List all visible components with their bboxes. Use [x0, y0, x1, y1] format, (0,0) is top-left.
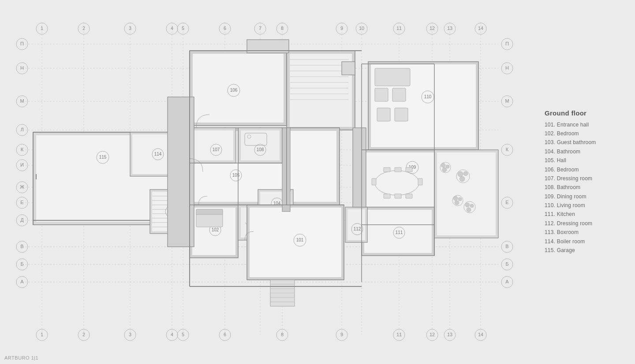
legend-item: 109. Dining room: [545, 192, 628, 201]
svg-text:Ж: Ж: [20, 184, 24, 189]
svg-text:112: 112: [354, 227, 361, 231]
svg-point-227: [442, 167, 447, 172]
svg-text:12: 12: [430, 332, 435, 337]
svg-rect-198: [392, 88, 406, 101]
svg-text:106: 106: [230, 88, 238, 93]
svg-point-226: [446, 165, 449, 168]
svg-point-239: [467, 208, 471, 212]
svg-rect-210: [395, 194, 401, 198]
svg-text:6: 6: [224, 26, 226, 31]
svg-text:11: 11: [396, 26, 402, 31]
svg-text:М: М: [20, 98, 24, 104]
legend-item: 101. Entrance hall: [545, 120, 628, 129]
svg-text:Е: Е: [505, 200, 508, 205]
legend-item: 112. Dressing room: [545, 219, 628, 228]
svg-text:12: 12: [430, 26, 435, 31]
legend-item: 113. Boxroom: [545, 228, 628, 237]
svg-rect-165: [192, 130, 233, 160]
svg-text:2: 2: [82, 26, 85, 31]
svg-text:14: 14: [478, 26, 483, 31]
legend-item: 108. Bathroom: [545, 183, 628, 192]
svg-rect-197: [375, 88, 388, 101]
svg-text:Б: Б: [20, 261, 23, 267]
svg-text:4: 4: [171, 332, 173, 337]
svg-text:7: 7: [259, 26, 261, 31]
svg-text:5: 5: [182, 332, 184, 337]
svg-rect-223: [437, 152, 496, 235]
legend-item: 102. Bedroom: [545, 129, 628, 138]
svg-text:1: 1: [41, 26, 43, 31]
svg-text:11: 11: [396, 332, 402, 337]
svg-text:4: 4: [171, 26, 173, 31]
svg-rect-208: [406, 167, 412, 172]
svg-text:К: К: [506, 147, 509, 152]
svg-rect-213: [418, 178, 422, 185]
svg-rect-254: [353, 128, 366, 207]
legend-item: 110. Living room: [545, 201, 628, 210]
svg-text:13: 13: [447, 332, 452, 337]
svg-text:2: 2: [82, 332, 85, 337]
svg-text:107: 107: [213, 147, 220, 152]
svg-text:А: А: [20, 279, 24, 284]
svg-rect-196: [375, 68, 410, 86]
svg-rect-209: [384, 194, 390, 198]
legend-item: 111. Kitchen: [545, 210, 628, 219]
svg-point-235: [455, 201, 459, 205]
svg-text:3: 3: [129, 26, 131, 31]
svg-rect-200: [395, 108, 408, 121]
svg-text:9: 9: [340, 26, 343, 31]
blueprint-area: П Н М Л К И Ж Е Д В Б А П: [0, 0, 538, 364]
svg-text:114: 114: [154, 152, 162, 156]
svg-rect-211: [406, 194, 412, 198]
svg-text:1: 1: [41, 332, 43, 337]
svg-rect-207: [395, 167, 401, 172]
svg-rect-212: [372, 178, 376, 185]
svg-text:В: В: [20, 244, 23, 249]
svg-text:А: А: [505, 279, 509, 284]
svg-text:Е: Е: [20, 200, 23, 205]
svg-text:9: 9: [340, 332, 343, 337]
legend-item: 105. Hall: [545, 156, 628, 165]
watermark: ARTBURO 1|1: [4, 355, 38, 360]
svg-point-229: [458, 171, 463, 177]
legend-title: Ground floor: [545, 109, 628, 117]
legend-item: 115. Garage: [545, 246, 628, 255]
svg-text:П: П: [505, 41, 509, 46]
svg-rect-249: [282, 128, 290, 212]
svg-text:105: 105: [232, 173, 240, 178]
svg-text:И: И: [20, 162, 24, 167]
svg-text:14: 14: [478, 332, 483, 337]
main-container: П Н М Л К И Ж Е Д В Б А П: [0, 0, 635, 364]
legend-item: 103. Guest bathroom: [545, 138, 628, 147]
svg-text:110: 110: [424, 94, 432, 99]
svg-text:К: К: [21, 147, 24, 152]
svg-text:5: 5: [182, 26, 184, 31]
svg-point-234: [458, 197, 462, 201]
svg-rect-242: [342, 62, 355, 75]
svg-text:6: 6: [224, 332, 226, 337]
legend-item: 114. Boiler room: [545, 237, 628, 246]
svg-text:10: 10: [359, 26, 364, 31]
svg-text:В: В: [505, 244, 508, 249]
svg-text:Д: Д: [20, 217, 24, 223]
svg-text:108: 108: [257, 147, 264, 152]
svg-rect-179: [196, 209, 223, 215]
svg-text:М: М: [505, 98, 509, 104]
svg-rect-145: [193, 54, 284, 123]
svg-text:Б: Б: [505, 261, 508, 267]
svg-text:102: 102: [212, 227, 219, 232]
svg-text:Н: Н: [505, 65, 509, 71]
svg-point-231: [459, 176, 465, 182]
svg-text:13: 13: [447, 26, 452, 31]
svg-rect-199: [377, 108, 390, 121]
svg-text:3: 3: [129, 332, 131, 337]
svg-text:Л: Л: [20, 127, 23, 132]
svg-text:115: 115: [99, 155, 107, 160]
svg-point-230: [463, 171, 468, 176]
svg-text:101: 101: [296, 238, 304, 242]
legend-panel: Ground floor 101. Entrance hall102. Bedr…: [538, 0, 635, 364]
svg-text:П: П: [20, 41, 24, 46]
svg-text:8: 8: [281, 26, 284, 31]
svg-rect-206: [384, 167, 390, 172]
svg-point-233: [453, 196, 458, 201]
